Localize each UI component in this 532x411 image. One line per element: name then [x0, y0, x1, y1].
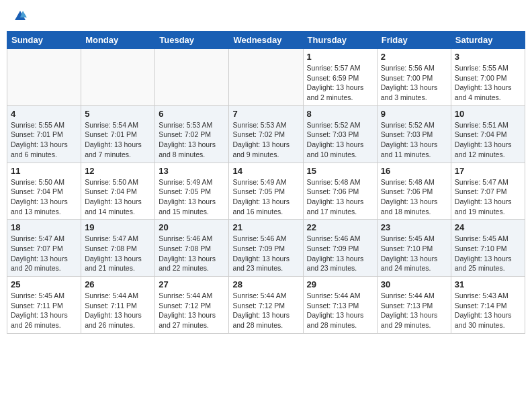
calendar-table: SundayMondayTuesdayWednesdayThursdayFrid… — [7, 31, 525, 334]
day-content: Sunrise: 5:47 AMSunset: 7:07 PMDaylight:… — [455, 177, 521, 217]
day-number: 25 — [11, 279, 77, 289]
day-content: Sunrise: 5:45 AMSunset: 7:10 PMDaylight:… — [381, 234, 447, 273]
calendar-day-header: Thursday — [303, 32, 377, 49]
day-number: 8 — [307, 109, 373, 119]
calendar-day-cell: 21Sunrise: 5:46 AMSunset: 7:09 PMDayligh… — [229, 220, 303, 277]
day-number: 6 — [159, 109, 225, 119]
calendar-day-cell: 2Sunrise: 5:56 AMSunset: 7:00 PMDaylight… — [377, 49, 451, 106]
day-number: 1 — [307, 52, 373, 62]
day-content: Sunrise: 5:53 AMSunset: 7:02 PMDaylight:… — [232, 120, 299, 160]
day-content: Sunrise: 5:44 AMSunset: 7:13 PMDaylight:… — [381, 291, 447, 330]
day-content: Sunrise: 5:45 AMSunset: 7:11 PMDaylight:… — [11, 291, 77, 330]
calendar-day-cell: 26Sunrise: 5:44 AMSunset: 7:11 PMDayligh… — [81, 277, 155, 334]
day-number: 5 — [85, 109, 151, 119]
day-content: Sunrise: 5:46 AMSunset: 7:09 PMDaylight:… — [232, 234, 299, 273]
day-content: Sunrise: 5:55 AMSunset: 7:01 PMDaylight:… — [11, 120, 77, 160]
day-number: 28 — [232, 279, 299, 289]
day-content: Sunrise: 5:48 AMSunset: 7:06 PMDaylight:… — [381, 177, 447, 217]
calendar-day-header: Monday — [81, 32, 155, 49]
calendar-day-cell: 10Sunrise: 5:51 AMSunset: 7:04 PMDayligh… — [451, 105, 525, 163]
calendar-day-cell: 19Sunrise: 5:47 AMSunset: 7:08 PMDayligh… — [81, 220, 155, 277]
calendar-week-row: 11Sunrise: 5:50 AMSunset: 7:04 PMDayligh… — [7, 163, 525, 220]
calendar-day-cell: 6Sunrise: 5:53 AMSunset: 7:02 PMDaylight… — [155, 105, 229, 163]
day-content: Sunrise: 5:44 AMSunset: 7:13 PMDaylight:… — [307, 291, 373, 330]
day-content: Sunrise: 5:44 AMSunset: 7:12 PMDaylight:… — [232, 291, 299, 330]
day-number: 17 — [455, 166, 521, 176]
day-number: 4 — [11, 109, 77, 119]
calendar-day-header: Friday — [377, 32, 451, 49]
day-content: Sunrise: 5:47 AMSunset: 7:07 PMDaylight:… — [11, 234, 77, 273]
calendar-day-cell: 30Sunrise: 5:44 AMSunset: 7:13 PMDayligh… — [377, 277, 451, 334]
day-number: 21 — [232, 222, 299, 232]
calendar-day-cell: 24Sunrise: 5:45 AMSunset: 7:10 PMDayligh… — [451, 220, 525, 277]
calendar-day-header: Tuesday — [155, 32, 229, 49]
calendar-day-cell: 3Sunrise: 5:55 AMSunset: 7:00 PMDaylight… — [451, 49, 525, 106]
day-number: 13 — [159, 166, 225, 176]
day-number: 24 — [455, 222, 521, 232]
calendar-day-cell: 23Sunrise: 5:45 AMSunset: 7:10 PMDayligh… — [377, 220, 451, 277]
day-content: Sunrise: 5:56 AMSunset: 7:00 PMDaylight:… — [381, 63, 447, 103]
day-number: 7 — [232, 109, 299, 119]
day-number: 29 — [307, 279, 373, 289]
day-number: 23 — [381, 222, 447, 232]
day-content: Sunrise: 5:43 AMSunset: 7:14 PMDaylight:… — [455, 291, 521, 330]
calendar-day-cell: 31Sunrise: 5:43 AMSunset: 7:14 PMDayligh… — [451, 277, 525, 334]
day-number: 22 — [307, 222, 373, 232]
calendar-day-cell: 18Sunrise: 5:47 AMSunset: 7:07 PMDayligh… — [7, 220, 81, 277]
day-number: 11 — [11, 166, 77, 176]
calendar-day-cell — [81, 49, 155, 106]
calendar-day-cell: 7Sunrise: 5:53 AMSunset: 7:02 PMDaylight… — [229, 105, 303, 163]
calendar-day-cell: 28Sunrise: 5:44 AMSunset: 7:12 PMDayligh… — [229, 277, 303, 334]
calendar-day-cell: 9Sunrise: 5:52 AMSunset: 7:03 PMDaylight… — [377, 105, 451, 163]
calendar-day-header: Wednesday — [229, 32, 303, 49]
calendar-day-cell: 20Sunrise: 5:46 AMSunset: 7:08 PMDayligh… — [155, 220, 229, 277]
calendar-day-cell: 27Sunrise: 5:44 AMSunset: 7:12 PMDayligh… — [155, 277, 229, 334]
calendar-week-row: 4Sunrise: 5:55 AMSunset: 7:01 PMDaylight… — [7, 105, 525, 163]
calendar-day-cell: 13Sunrise: 5:49 AMSunset: 7:05 PMDayligh… — [155, 163, 229, 220]
day-content: Sunrise: 5:55 AMSunset: 7:00 PMDaylight:… — [455, 63, 521, 103]
day-number: 16 — [381, 166, 447, 176]
page-header — [7, 7, 525, 26]
calendar-day-cell — [7, 49, 81, 106]
day-content: Sunrise: 5:57 AMSunset: 6:59 PMDaylight:… — [307, 63, 373, 103]
calendar-day-cell: 12Sunrise: 5:50 AMSunset: 7:04 PMDayligh… — [81, 163, 155, 220]
calendar-day-cell: 1Sunrise: 5:57 AMSunset: 6:59 PMDaylight… — [303, 49, 377, 106]
day-number: 27 — [159, 279, 225, 289]
calendar-day-header: Saturday — [451, 32, 525, 49]
day-content: Sunrise: 5:50 AMSunset: 7:04 PMDaylight:… — [11, 177, 77, 217]
calendar-week-row: 18Sunrise: 5:47 AMSunset: 7:07 PMDayligh… — [7, 220, 525, 277]
day-content: Sunrise: 5:49 AMSunset: 7:05 PMDaylight:… — [159, 177, 225, 217]
day-content: Sunrise: 5:53 AMSunset: 7:02 PMDaylight:… — [159, 120, 225, 160]
day-number: 31 — [455, 279, 521, 289]
day-content: Sunrise: 5:51 AMSunset: 7:04 PMDaylight:… — [455, 120, 521, 160]
day-number: 3 — [455, 52, 521, 62]
calendar-week-row: 25Sunrise: 5:45 AMSunset: 7:11 PMDayligh… — [7, 277, 525, 334]
calendar-day-cell: 16Sunrise: 5:48 AMSunset: 7:06 PMDayligh… — [377, 163, 451, 220]
day-content: Sunrise: 5:46 AMSunset: 7:08 PMDaylight:… — [159, 234, 225, 273]
day-content: Sunrise: 5:54 AMSunset: 7:01 PMDaylight:… — [85, 120, 151, 160]
day-number: 26 — [85, 279, 151, 289]
calendar-day-cell: 5Sunrise: 5:54 AMSunset: 7:01 PMDaylight… — [81, 105, 155, 163]
day-content: Sunrise: 5:46 AMSunset: 7:09 PMDaylight:… — [307, 234, 373, 273]
calendar-day-cell — [229, 49, 303, 106]
day-number: 2 — [381, 52, 447, 62]
calendar-day-cell: 14Sunrise: 5:49 AMSunset: 7:05 PMDayligh… — [229, 163, 303, 220]
day-content: Sunrise: 5:44 AMSunset: 7:12 PMDaylight:… — [159, 291, 225, 330]
day-number: 14 — [232, 166, 299, 176]
day-number: 20 — [159, 222, 225, 232]
day-number: 18 — [11, 222, 77, 232]
day-content: Sunrise: 5:47 AMSunset: 7:08 PMDaylight:… — [85, 234, 151, 273]
calendar-day-cell: 25Sunrise: 5:45 AMSunset: 7:11 PMDayligh… — [7, 277, 81, 334]
calendar-day-cell: 22Sunrise: 5:46 AMSunset: 7:09 PMDayligh… — [303, 220, 377, 277]
day-number: 15 — [307, 166, 373, 176]
calendar-week-row: 1Sunrise: 5:57 AMSunset: 6:59 PMDaylight… — [7, 49, 525, 106]
logo — [12, 9, 27, 23]
day-content: Sunrise: 5:49 AMSunset: 7:05 PMDaylight:… — [232, 177, 299, 217]
logo-icon — [13, 9, 27, 23]
day-number: 12 — [85, 166, 151, 176]
day-content: Sunrise: 5:52 AMSunset: 7:03 PMDaylight:… — [307, 120, 373, 160]
calendar-header-row: SundayMondayTuesdayWednesdayThursdayFrid… — [7, 32, 525, 49]
day-content: Sunrise: 5:50 AMSunset: 7:04 PMDaylight:… — [85, 177, 151, 217]
day-number: 30 — [381, 279, 447, 289]
day-content: Sunrise: 5:48 AMSunset: 7:06 PMDaylight:… — [307, 177, 373, 217]
